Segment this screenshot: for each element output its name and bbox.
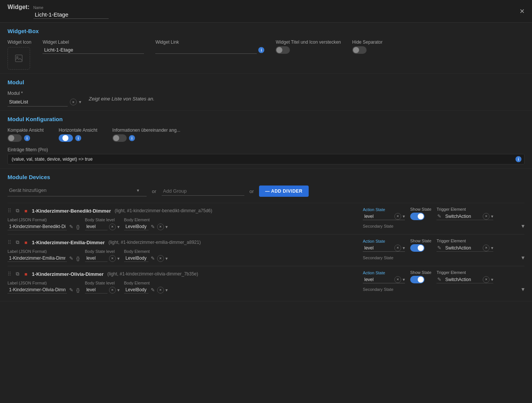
device-3-action-state-input[interactable] [363,276,393,283]
device-2-body-state-arrow[interactable]: ▾ [117,256,120,261]
device-3-label-input[interactable] [8,286,67,294]
widget-name-input[interactable] [33,11,109,19]
device-2-label-input[interactable] [8,255,67,262]
widget-verstecken-label: Widget Titel und Icon verstecken [276,40,341,45]
delete-button-2[interactable]: ■ [24,239,28,246]
hide-separator-field: Hide Separator [352,40,383,54]
device-3-show-state-toggle[interactable] [410,276,424,283]
konfiguration-row: Kompakte Ansicht i Horizontale Ansicht i [8,128,524,142]
device-1-body-element-arrow[interactable]: ▾ [165,224,168,230]
device-1-trigger-clear[interactable]: × [483,213,490,220]
device-3-action-arrow[interactable]: ▾ [403,277,405,282]
device-1-trigger-input[interactable] [444,213,481,220]
device-2-action-clear[interactable]: × [394,245,401,251]
device-3-body-element-edit[interactable]: ✎ [150,286,156,294]
device-3-trigger-input[interactable] [444,276,481,283]
device-2-body-element-arrow[interactable]: ▾ [165,256,168,261]
device-3-trigger-edit[interactable]: ✎ [437,276,442,283]
modul-select[interactable]: StateList [8,97,68,106]
widget-label-input[interactable] [42,46,144,54]
device-2-trigger-input[interactable] [444,245,481,251]
device-1-body-state-label: Body State level [85,217,120,222]
device-3-trigger-clear[interactable]: × [483,276,490,283]
device-1-body-element-select[interactable]: LevelBody [124,223,149,230]
copy-button-3[interactable]: ⧉ [15,270,20,278]
drag-handle-1[interactable]: ⠿ [8,208,11,214]
drag-handle-2[interactable]: ⠿ [8,239,11,245]
device-2-body-element-select[interactable]: LevelBody [124,255,149,262]
delete-button-1[interactable]: ■ [24,207,28,214]
device-2-trigger-clear[interactable]: × [483,245,490,251]
device-1-label-input[interactable] [8,223,67,230]
modul-row: Modul * StateList × ▾ Zeigt eine Liste v… [8,91,524,106]
device-3-body-element-select[interactable]: LevelBody [124,286,149,294]
hide-separator-toggle[interactable] [352,46,367,54]
add-group-input[interactable] [162,187,244,196]
device-1-label-code[interactable]: {} [76,223,80,230]
device-2-action-state-input[interactable] [363,245,393,251]
copy-button-1[interactable]: ⧉ [15,207,20,214]
device-3-trigger-label: Trigger Element [437,270,493,275]
device-1-trigger-edit[interactable]: ✎ [437,213,442,220]
device-2-action-arrow[interactable]: ▾ [403,245,405,251]
geraet-select[interactable]: Gerät hinzufügen [8,186,135,195]
modul-clear-button[interactable]: × [70,99,77,105]
device-1-action-clear[interactable]: × [394,213,401,220]
device-2-label-code[interactable]: {} [76,255,80,262]
device-3-secondary-expand[interactable]: ▾ [521,286,524,293]
device-3-body-element-arrow[interactable]: ▾ [165,287,168,293]
device-1-body-state-select[interactable]: level [85,223,108,230]
device-2-body-element-edit[interactable]: ✎ [150,255,156,262]
device-2-label-edit[interactable]: ✎ [68,255,74,262]
informationen-info-icon[interactable]: i [129,135,135,141]
modul-dropdown-arrow[interactable]: ▾ [79,99,81,105]
close-button[interactable]: × [520,7,524,15]
device-1-action-state-input[interactable] [363,213,393,220]
eintraege-info-icon[interactable]: i [515,156,521,162]
device-2-body-element-clear[interactable]: × [157,255,164,262]
verstecken-toggle[interactable] [276,46,290,54]
device-3-trigger-arrow[interactable]: ▾ [491,277,493,282]
device-3-label-code[interactable]: {} [76,286,80,294]
geraet-dropdown-arrow[interactable]: ▾ [137,188,139,193]
informationen-label: Informationen übereinander ang... [112,128,180,133]
horizontale-toggle[interactable] [59,134,73,142]
copy-button-2[interactable]: ⧉ [15,239,20,246]
eintraege-input[interactable] [8,154,524,164]
drag-handle-3[interactable]: ⠿ [8,271,11,277]
eintraege-label: Einträge filtern (Pro) [8,147,524,152]
delete-button-3[interactable]: ■ [24,271,28,278]
device-3-body-element-clear[interactable]: × [157,287,164,294]
widget-link-info-icon[interactable]: i [258,47,264,53]
device-1-body-element-edit[interactable]: ✎ [150,223,156,230]
device-3-body-state-select[interactable]: level [85,286,108,294]
device-3-action-state-label: Action State [363,271,405,275]
informationen-toggle[interactable] [112,134,127,142]
device-2-show-state-slider [410,244,424,252]
device-1-trigger-arrow[interactable]: ▾ [491,214,493,219]
device-1-secondary-expand[interactable]: ▾ [521,222,524,230]
device-3-label-edit[interactable]: ✎ [68,286,74,294]
kompakte-info-icon[interactable]: i [24,135,30,141]
device-3-body-state-clear[interactable]: × [109,287,116,294]
device-1-label-edit[interactable]: ✎ [68,223,74,230]
device-1-body-element-clear[interactable]: × [157,224,164,230]
widget-link-input[interactable] [155,46,257,54]
device-3-action-clear[interactable]: × [394,276,401,283]
widget-icon-placeholder[interactable] [8,47,30,70]
add-divider-button[interactable]: — ADD DIVIDER [259,186,308,197]
device-2-secondary-expand[interactable]: ▾ [521,254,524,261]
device-3-body-state-field: Body State level level × ▾ [85,281,120,294]
device-1-show-state-toggle[interactable] [410,213,424,220]
kompakte-toggle[interactable] [8,134,22,142]
device-2-show-state-toggle[interactable] [410,244,424,252]
device-3-body-state-arrow[interactable]: ▾ [117,287,120,293]
device-1-action-arrow[interactable]: ▾ [403,214,405,219]
device-1-body-state-arrow[interactable]: ▾ [117,224,120,230]
horizontale-info-icon[interactable]: i [75,135,81,141]
device-2-body-state-clear[interactable]: × [109,255,116,262]
device-2-trigger-arrow[interactable]: ▾ [491,245,493,251]
device-2-trigger-edit[interactable]: ✎ [437,244,442,251]
device-2-body-state-select[interactable]: level [85,255,108,262]
device-1-body-state-clear[interactable]: × [109,224,116,230]
